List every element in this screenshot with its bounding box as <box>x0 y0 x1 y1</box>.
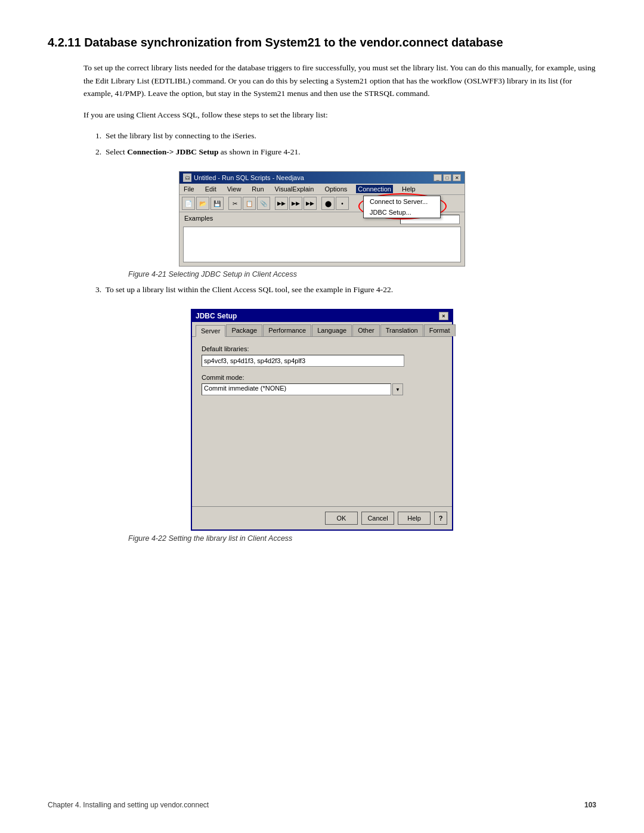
default-libraries-label: Default libraries: <box>202 345 442 352</box>
tab-format[interactable]: Format <box>424 324 456 336</box>
help-button[interactable]: Help <box>398 512 431 525</box>
commit-mode-label: Commit mode: <box>202 374 442 381</box>
jdbc-titlebar: JDBC Setup × <box>192 310 452 322</box>
close-icon[interactable]: ✕ <box>453 174 461 181</box>
step2: 2. Select Connection-> JDBC Setup as sho… <box>95 145 596 159</box>
toolbar-open[interactable]: 📂 <box>196 197 209 210</box>
step3: 3. To set up a library list within the C… <box>95 283 596 297</box>
tab-server[interactable]: Server <box>196 325 225 337</box>
toolbar-cut[interactable]: ✂ <box>228 197 242 210</box>
commit-mode-select[interactable]: Commit immediate (*NONE) <box>202 383 391 395</box>
toolbar-paste[interactable]: 📎 <box>257 197 270 210</box>
commit-mode-row: Commit immediate (*NONE) ▼ <box>202 383 442 395</box>
tab-translation[interactable]: Translation <box>380 324 423 336</box>
toolbar-run1[interactable]: ▶▶ <box>275 197 288 210</box>
menu-file[interactable]: File <box>182 185 196 193</box>
sql-window-icon: 🗂 <box>183 174 191 182</box>
figure-21-container: 🗂 Untitled - Run SQL Scripts - Needjava … <box>48 171 596 278</box>
sql-menubar: File Edit View Run VisualExplain Options… <box>179 184 465 195</box>
sql-window: 🗂 Untitled - Run SQL Scripts - Needjava … <box>179 171 465 267</box>
jdbc-footer: OK Cancel Help ? <box>192 506 452 529</box>
paragraph1: To set up the correct library lists need… <box>83 61 596 100</box>
sql-window-title: Untitled - Run SQL Scripts - Needjava <box>194 174 304 181</box>
menu-options[interactable]: Options <box>323 185 349 193</box>
dropdown-jdbc[interactable]: JDBC Setup... <box>364 207 440 218</box>
menu-connection[interactable]: Connection <box>356 185 393 193</box>
paragraph2: If you are using Client Access SQL, foll… <box>83 109 596 122</box>
jdbc-window-title: JDBC Setup <box>196 312 237 320</box>
figure-22-caption: Figure 4-22 Setting the library list in … <box>128 534 516 543</box>
toolbar-dot[interactable]: • <box>336 197 349 210</box>
menu-visualexplain[interactable]: VisualExplain <box>273 185 316 193</box>
toolbar-save[interactable]: 💾 <box>210 197 224 210</box>
page-footer: Chapter 4. Installing and setting up ven… <box>48 801 596 809</box>
tab-performance[interactable]: Performance <box>263 324 311 336</box>
dropdown-connect[interactable]: Connect to Server... <box>364 196 440 207</box>
step1: 1. Set the library list by connecting to… <box>95 129 596 143</box>
jdbc-body: Default libraries: Commit mode: Commit i… <box>192 337 452 506</box>
page-number: 103 <box>584 801 596 809</box>
sql-titlebar-left: 🗂 Untitled - Run SQL Scripts - Needjava <box>183 174 304 182</box>
menu-help[interactable]: Help <box>400 185 417 193</box>
cancel-button[interactable]: Cancel <box>361 512 394 525</box>
chapter-text: Chapter 4. Installing and setting up ven… <box>48 801 209 809</box>
jdbc-body-spacer <box>202 402 442 498</box>
jdbc-window: JDBC Setup × Server Package Performance … <box>191 309 453 531</box>
ok-button[interactable]: OK <box>325 512 358 525</box>
tab-other[interactable]: Other <box>352 324 380 336</box>
jdbc-tabs: Server Package Performance Language Othe… <box>192 322 452 337</box>
toolbar-copy[interactable]: 📋 <box>243 197 256 210</box>
commit-mode-dropdown-btn[interactable]: ▼ <box>392 383 403 395</box>
toolbar-circle[interactable]: ⬤ <box>321 197 335 210</box>
question-button[interactable]: ? <box>434 512 447 525</box>
sql-content-area <box>183 227 461 262</box>
maximize-icon[interactable]: □ <box>443 174 451 181</box>
sql-titlebar: 🗂 Untitled - Run SQL Scripts - Needjava … <box>179 172 465 184</box>
menu-view[interactable]: View <box>225 185 243 193</box>
section-title: 4.2.11 Database synchronization from Sys… <box>48 36 596 49</box>
minimize-icon[interactable]: _ <box>434 174 442 181</box>
toolbar-run2[interactable]: ▶▶ <box>289 197 302 210</box>
menu-edit[interactable]: Edit <box>203 185 218 193</box>
default-libraries-input[interactable] <box>202 355 404 367</box>
figure-21-caption: Figure 4-21 Selecting JDBC Setup in Clie… <box>128 270 516 278</box>
toolbar-new[interactable]: 📄 <box>182 197 195 210</box>
tab-package[interactable]: Package <box>226 324 262 336</box>
tab-language[interactable]: Language <box>312 324 352 336</box>
jdbc-close-button[interactable]: × <box>439 312 448 320</box>
figure-22-container: JDBC Setup × Server Package Performance … <box>48 309 596 543</box>
menu-run[interactable]: Run <box>250 185 265 193</box>
toolbar-run3[interactable]: ▶▶ <box>304 197 317 210</box>
connection-dropdown: Connect to Server... JDBC Setup... <box>363 196 441 218</box>
